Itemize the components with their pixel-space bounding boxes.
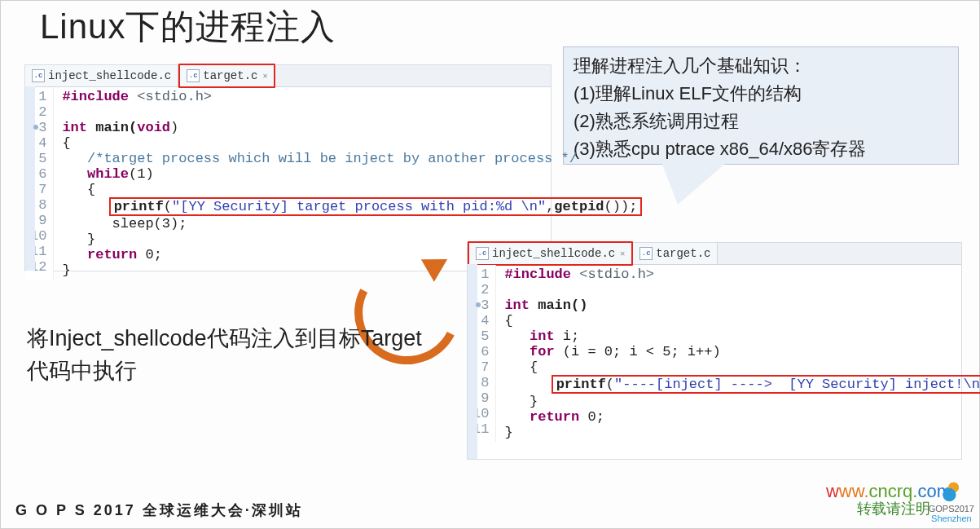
close-icon[interactable]: ✕ [262, 71, 267, 81]
callout-line-1: 理解进程注入几个基础知识： [573, 52, 948, 80]
logo-line-2: Shenzhen [929, 514, 974, 523]
c-file-icon: .c [639, 247, 653, 260]
fold-ribbon [25, 86, 35, 271]
tab-target[interactable]: .c target.c [633, 243, 718, 264]
code-lines: #include <stdio.h> int main() { int i; f… [496, 265, 980, 442]
flame-icon [941, 478, 962, 502]
slide-title: Linux下的进程注入 [40, 4, 336, 50]
highlighted-printf-line: printf("[YY Security] target process wit… [109, 197, 643, 216]
c-file-icon: .c [187, 69, 200, 82]
watermark-note: 转载请注明 [857, 499, 930, 518]
gops-logo: GOPS2017 Shenzhen [929, 478, 974, 523]
tab-inject-shellcode[interactable]: .c inject_shellcode.c [25, 65, 178, 86]
editor-target: .c inject_shellcode.c .c target.c ✕ 1 2 … [24, 64, 552, 271]
highlighted-printf-line: printf("----[inject] ----> [YY Security]… [552, 375, 980, 394]
c-file-icon: .c [32, 69, 45, 82]
tab-label: target.c [203, 69, 257, 82]
tab-target-active[interactable]: .c target.c ✕ [178, 64, 275, 88]
tab-label: inject_shellcode.c [492, 247, 615, 260]
annotation-line-2: 代码中执行 [27, 355, 422, 387]
close-icon[interactable]: ✕ [620, 249, 625, 258]
editor-tabs: .c inject_shellcode.c ✕ .c target.c [468, 243, 961, 265]
slide: Linux下的进程注入 理解进程注入几个基础知识： (1)理解Linux ELF… [0, 0, 980, 529]
editor-inject: .c inject_shellcode.c ✕ .c target.c 1 2 … [467, 242, 962, 460]
fold-ribbon [468, 264, 477, 459]
tab-label: target.c [656, 247, 710, 260]
tab-inject-shellcode-active[interactable]: .c inject_shellcode.c ✕ [468, 241, 633, 266]
code-area: 1 2 3 4 5 6 7 8 9 10 11 #include <stdio.… [468, 265, 961, 442]
logo-line-1: GOPS2017 [929, 504, 974, 514]
annotation-text: 将Inject_shellcode代码注入到目标Target 代码中执行 [27, 322, 422, 387]
footer-text: G O P S 2017 全球运维大会·深圳站 [15, 500, 303, 520]
c-file-icon: .c [476, 247, 489, 260]
editor-tabs: .c inject_shellcode.c .c target.c ✕ [25, 65, 551, 87]
annotation-line-1: 将Inject_shellcode代码注入到目标Target [27, 322, 422, 355]
tab-label: inject_shellcode.c [48, 69, 171, 82]
